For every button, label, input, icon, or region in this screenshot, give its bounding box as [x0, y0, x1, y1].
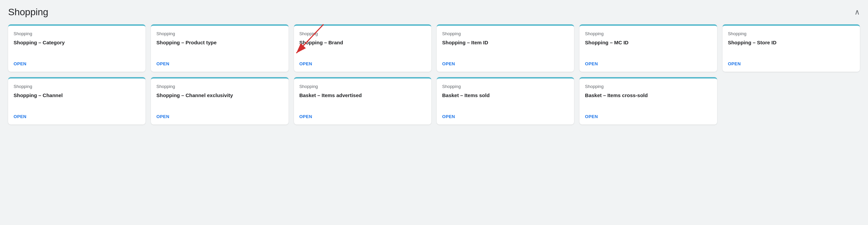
card-shopping-category: Shopping Shopping – Category OPEN [8, 24, 145, 72]
card-open-button[interactable]: OPEN [442, 61, 569, 66]
card-open-button[interactable]: OPEN [299, 114, 426, 119]
empty-card-slot [723, 77, 860, 125]
card-open-button[interactable]: OPEN [299, 61, 426, 66]
section-header: Shopping ∧ [8, 7, 860, 18]
card-category-label: Shopping [299, 31, 426, 36]
card-category-label: Shopping [156, 31, 283, 36]
card-open-button[interactable]: OPEN [14, 114, 140, 119]
card-category-label: Shopping [585, 84, 711, 89]
card-row-1: Shopping Shopping – Category OPEN Shoppi… [8, 24, 860, 72]
section-title: Shopping [8, 7, 48, 18]
page-container: Shopping ∧ Shopping Shopping – Category … [0, 0, 868, 225]
card-open-button[interactable]: OPEN [728, 61, 854, 66]
card-shopping-channel: Shopping Shopping – Channel OPEN [8, 77, 145, 125]
collapse-icon[interactable]: ∧ [854, 8, 860, 17]
card-title: Shopping – MC ID [585, 39, 711, 59]
card-basket-items-cross-sold: Shopping Basket – Items cross-sold OPEN [579, 77, 717, 125]
card-shopping-brand: Shopping Shopping – Brand OPEN [294, 24, 431, 72]
card-row-2: Shopping Shopping – Channel OPEN Shoppin… [8, 77, 860, 125]
card-open-button[interactable]: OPEN [156, 61, 283, 66]
card-category-label: Shopping [14, 84, 140, 89]
card-title: Shopping – Channel [14, 92, 140, 111]
card-title: Shopping – Channel exclusivity [156, 92, 283, 111]
card-category-label: Shopping [442, 31, 569, 36]
card-category-label: Shopping [442, 84, 569, 89]
card-open-button[interactable]: OPEN [585, 114, 711, 119]
card-title: Shopping – Category [14, 39, 140, 59]
card-open-button[interactable]: OPEN [156, 114, 283, 119]
card-shopping-store-id: Shopping Shopping – Store ID OPEN [723, 24, 860, 72]
card-category-label: Shopping [728, 31, 854, 36]
card-title: Shopping – Item ID [442, 39, 569, 59]
card-shopping-channel-exclusivity: Shopping Shopping – Channel exclusivity … [151, 77, 288, 125]
card-open-button[interactable]: OPEN [442, 114, 569, 119]
card-shopping-item-id: Shopping Shopping – Item ID OPEN [437, 24, 574, 72]
card-category-label: Shopping [156, 84, 283, 89]
card-title: Basket – Items cross-sold [585, 92, 711, 111]
card-open-button[interactable]: OPEN [14, 61, 140, 66]
card-basket-items-advertised: Shopping Basket – Items advertised OPEN [294, 77, 431, 125]
card-title: Shopping – Brand [299, 39, 426, 59]
card-basket-items-sold: Shopping Basket – Items sold OPEN [437, 77, 574, 125]
card-title: Shopping – Store ID [728, 39, 854, 59]
card-shopping-mc-id: Shopping Shopping – MC ID OPEN [579, 24, 717, 72]
card-category-label: Shopping [299, 84, 426, 89]
card-title: Shopping – Product type [156, 39, 283, 59]
card-open-button[interactable]: OPEN [585, 61, 711, 66]
card-title: Basket – Items advertised [299, 92, 426, 111]
card-category-label: Shopping [14, 31, 140, 36]
card-category-label: Shopping [585, 31, 711, 36]
card-title: Basket – Items sold [442, 92, 569, 111]
cards-wrapper: Shopping Shopping – Category OPEN Shoppi… [8, 24, 860, 125]
card-shopping-product-type: Shopping Shopping – Product type OPEN [151, 24, 288, 72]
